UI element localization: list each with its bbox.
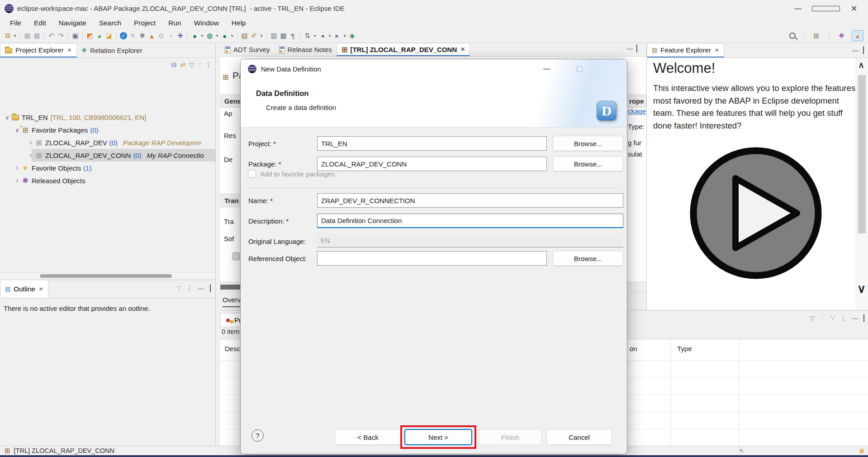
chevron-right-icon[interactable]: › [27,138,34,147]
mass-activate-icon[interactable]: ◪ [104,31,114,41]
grid-view-icon[interactable]: ▦ [279,31,288,41]
column-type[interactable]: Type [677,345,692,352]
menu-project[interactable]: Project [128,19,162,27]
annotate-dropdown-icon[interactable]: ▾ [259,33,264,38]
transport-icon[interactable]: ✚ [175,31,185,41]
tree-item-released-objects[interactable]: › ✽ Released Objects [14,174,216,187]
menu-file[interactable]: File [4,19,28,27]
close-icon[interactable]: ✕ [67,47,72,53]
abap-perspective-icon[interactable]: ❖ [837,31,846,41]
flame-icon[interactable]: ▲ [147,31,157,41]
tab-adt-survey[interactable]: ADT Survey [220,43,275,56]
check-abap-icon[interactable]: ◩ [85,31,95,41]
vertical-scrollbar[interactable]: ∧ ∨ [856,58,868,310]
scrollbar-thumb[interactable] [858,75,866,233]
hierarchy-icon[interactable]: ✱ [138,31,147,41]
minimize-icon[interactable]: — [198,285,204,292]
view-menu-icon[interactable]: ∵ [198,61,202,68]
name-input[interactable] [317,193,623,208]
properties-section-tab[interactable]: rope [628,94,646,108]
back-button[interactable]: < Back [335,429,401,445]
suitcase-icon[interactable]: ▤ [240,31,249,41]
save-icon[interactable]: ▦ [23,31,32,41]
sort-dropdown-icon[interactable]: ▾ [312,33,318,38]
minimize-icon[interactable]: — [852,314,858,322]
profile-run-icon[interactable]: ● [220,31,229,41]
tree-item-project[interactable]: ∨ TRL_EN [TRL, 100, CB9980006621, EN] [4,111,216,124]
tree-item-favorite-objects[interactable]: › ★ Favorite Objects (1) [14,162,216,174]
navigate-forward-icon[interactable]: ▸ [332,31,342,41]
view-menu-icon[interactable]: ∵ [177,285,181,292]
chevron-right-icon[interactable]: › [14,163,21,172]
share-icon[interactable]: ◈ [347,31,357,41]
run-icon[interactable]: ◍ [205,31,214,41]
menu-window[interactable]: Window [188,19,225,27]
tab-package-editor[interactable]: ⊞ [TRL] ZLOCAL_RAP_DEV_CONN ✕ [337,43,470,56]
debug-dropdown-icon[interactable]: ▾ [199,33,205,38]
minimize-icon[interactable]: — [784,0,812,17]
undo-icon[interactable]: ↶ [47,31,56,41]
maximize-icon[interactable] [812,0,840,17]
lock-icon[interactable]: ⊙ [157,31,166,41]
minimize-icon[interactable]: — [626,45,633,52]
tab-feature-explorer[interactable]: ▤ Feature Explorer ✕ [647,43,724,57]
open-perspective-icon[interactable]: ⊞ [811,31,821,41]
table-view-icon[interactable]: ▥ [269,31,279,41]
scrollbar-thumb[interactable] [40,274,172,278]
profile-icon[interactable]: ◔ [166,31,175,41]
back-dropdown-icon[interactable]: ▾ [327,33,332,38]
active-perspective-icon[interactable]: ▲ [852,30,863,41]
tab-overview[interactable]: Overv [223,296,242,307]
more-icon[interactable]: ⋮ [186,285,193,292]
package-browse-button[interactable]: Browse... [553,156,623,171]
menu-run[interactable]: Run [162,19,187,27]
forward-dropdown-icon[interactable]: ▾ [342,33,347,38]
menu-search[interactable]: Search [93,19,128,27]
activate-icon[interactable]: ◕ [95,31,104,41]
tree-item-zlocal-rap-dev[interactable]: › ⊞ ZLOCAL_RAP_DEV (0) Package RAP Devel… [27,136,216,149]
redo-icon[interactable]: ↷ [56,31,66,41]
view-menu-icon[interactable]: ∵ [830,314,835,322]
run-dropdown-icon[interactable]: ▾ [214,33,220,38]
new-wizard-icon[interactable]: ⧉ [3,31,12,41]
close-icon[interactable]: ✕ [39,286,43,292]
chevron-down-icon[interactable]: ∨ [4,114,11,121]
new-dropdown-icon[interactable]: ▾ [12,33,18,38]
tab-relation-explorer[interactable]: ❖ Relation Explorer [77,43,147,57]
profile-dropdown-icon[interactable]: ▾ [229,33,235,38]
debug-icon[interactable]: ● [190,31,199,41]
referenced-object-browse-button[interactable]: Browse... [553,251,623,266]
close-icon[interactable]: ✕ [460,46,465,52]
referenced-object-input[interactable] [317,251,547,266]
chevron-right-icon[interactable]: › [27,151,34,160]
horizontal-scrollbar[interactable] [0,272,216,279]
project-input[interactable] [317,136,547,151]
more-icon[interactable]: ⋮ [205,61,212,68]
maximize-icon[interactable] [863,47,864,54]
clear-icon[interactable]: ✕ [128,31,138,41]
play-button-icon[interactable] [687,144,825,282]
filter-icon[interactable]: ▽ [810,314,815,322]
tab-release-notes[interactable]: Release Notes [275,43,337,56]
maximize-icon[interactable] [863,314,864,322]
maximize-icon[interactable] [636,45,637,52]
package-link-fragment[interactable]: ckage [628,107,646,115]
close-icon[interactable]: ✕ [715,47,719,53]
menu-help[interactable]: Help [225,19,252,27]
navigate-back-icon[interactable]: ◂ [318,31,327,41]
pilcrow-icon[interactable]: ¶ [288,31,298,41]
minimize-icon[interactable]: — [852,47,859,54]
column-location[interactable]: on [630,345,637,352]
scroll-down-icon[interactable]: ∨ [857,282,866,296]
description-input[interactable] [317,214,623,228]
save-all-icon[interactable]: ▩ [32,31,42,41]
sort-icon[interactable]: ⇅ [303,31,312,41]
collapse-all-icon[interactable]: ⊟ [171,61,177,68]
more-icon[interactable]: ⋮ [840,314,846,322]
help-button[interactable]: ? [251,429,264,442]
tab-outline[interactable]: ▤ Outline ✕ [0,280,48,298]
search-icon[interactable] [789,33,796,39]
project-browse-button[interactable]: Browse... [553,136,623,151]
console-icon[interactable]: ▣ [71,31,80,41]
menu-navigate[interactable]: Navigate [52,19,93,27]
